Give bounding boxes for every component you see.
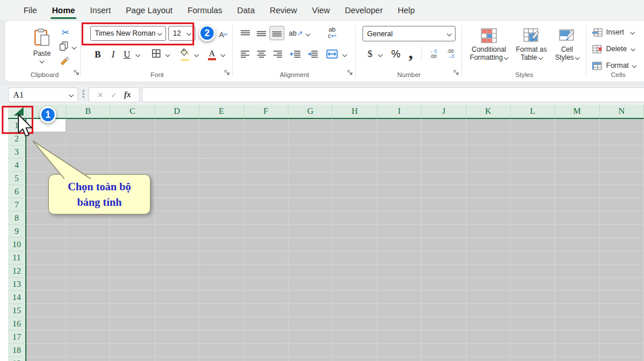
enter-icon[interactable]: ✓: [111, 91, 117, 99]
sheet-cell[interactable]: [377, 185, 422, 198]
sheet-cell[interactable]: [155, 251, 199, 264]
comma-style-button[interactable]: ,: [406, 45, 415, 60]
sheet-cell[interactable]: [511, 212, 555, 225]
orientation-button[interactable]: ab ↗: [288, 28, 304, 39]
sheet-cell[interactable]: [26, 251, 66, 264]
sheet-cell[interactable]: [155, 304, 199, 317]
sheet-cell[interactable]: [377, 331, 422, 344]
sheet-cell[interactable]: [422, 331, 466, 344]
sheet-cell[interactable]: [155, 238, 199, 251]
sheet-cell[interactable]: [555, 357, 599, 361]
sheet-cell[interactable]: [555, 185, 599, 198]
sheet-cell[interactable]: [377, 159, 422, 172]
font-name-select[interactable]: Times New Roman: [90, 26, 166, 41]
align-top-button[interactable]: [238, 28, 252, 39]
sheet-cell[interactable]: [199, 278, 244, 291]
sheet-cell[interactable]: [288, 317, 333, 331]
sheet-cell[interactable]: [110, 291, 155, 304]
sheet-cell[interactable]: [600, 225, 644, 238]
sheet-cell[interactable]: [555, 119, 599, 132]
column-header-e[interactable]: E: [199, 105, 244, 119]
sheet-cell[interactable]: [288, 278, 333, 291]
sheet-cell[interactable]: [466, 212, 511, 225]
sheet-cell[interactable]: [511, 119, 555, 132]
sheet-cell[interactable]: [244, 212, 288, 225]
sheet-cell[interactable]: [377, 264, 422, 278]
row-header-12[interactable]: 12: [8, 264, 26, 278]
sheet-cell[interactable]: [333, 291, 377, 304]
column-header-g[interactable]: G: [288, 105, 333, 119]
sheet-cell[interactable]: [555, 159, 599, 172]
sheet-cell[interactable]: [422, 172, 466, 185]
sheet-cell[interactable]: [199, 132, 244, 145]
sheet-cell[interactable]: [244, 225, 288, 238]
paste-button[interactable]: Paste: [25, 25, 59, 66]
sheet-cell[interactable]: [511, 225, 555, 238]
sheet-cell[interactable]: [110, 119, 155, 132]
sheet-cell[interactable]: [511, 132, 555, 145]
sheet-cell[interactable]: [511, 198, 555, 212]
sheet-cell[interactable]: [422, 291, 466, 304]
align-left-button[interactable]: [238, 48, 252, 60]
row-header-2[interactable]: 2: [8, 132, 26, 145]
sheet-cell[interactable]: [155, 291, 199, 304]
sheet-cell[interactable]: [600, 185, 644, 198]
sheet-cell[interactable]: [288, 185, 333, 198]
sheet-cell[interactable]: [110, 145, 155, 159]
sheet-cell[interactable]: [466, 278, 511, 291]
sheet-cell[interactable]: [26, 132, 66, 145]
row-header-6[interactable]: 6: [8, 185, 26, 198]
sheet-cell[interactable]: [422, 145, 466, 159]
row-header-18[interactable]: 18: [8, 344, 26, 357]
sheet-cell[interactable]: [333, 304, 377, 317]
row-header-19[interactable]: 19: [8, 357, 26, 361]
sheet-cell[interactable]: [422, 278, 466, 291]
sheet-cell[interactable]: [110, 251, 155, 264]
sheet-cell[interactable]: [377, 317, 422, 331]
sheet-cell[interactable]: [600, 357, 644, 361]
shrink-font-button[interactable]: A: [215, 28, 230, 41]
sheet-cell[interactable]: [377, 172, 422, 185]
column-header-c[interactable]: C: [110, 105, 155, 119]
sheet-cell[interactable]: [555, 251, 599, 264]
sheet-cell[interactable]: [422, 119, 466, 132]
sheet-cell[interactable]: [155, 331, 199, 344]
sheet-cell[interactable]: [466, 251, 511, 264]
column-header-k[interactable]: K: [466, 105, 511, 119]
sheet-cell[interactable]: [244, 251, 288, 264]
sheet-cell[interactable]: [377, 225, 422, 238]
align-bottom-button[interactable]: [269, 26, 284, 40]
copy-dropdown-icon[interactable]: [72, 45, 76, 49]
sheet-cell[interactable]: [26, 317, 66, 331]
sheet-cell[interactable]: [555, 264, 599, 278]
sheet-cell[interactable]: [110, 225, 155, 238]
sheet-cell[interactable]: [155, 317, 199, 331]
sheet-cell[interactable]: [466, 145, 511, 159]
sheet-cell[interactable]: [333, 264, 377, 278]
sheet-cell[interactable]: [199, 304, 244, 317]
sheet-cell[interactable]: [155, 344, 199, 357]
align-center-button[interactable]: [254, 48, 268, 60]
sheet-cell[interactable]: [199, 212, 244, 225]
sheet-cell[interactable]: [600, 344, 644, 357]
sheet-cell[interactable]: [244, 317, 288, 331]
sheet-cell[interactable]: [422, 225, 466, 238]
sheet-cell[interactable]: [66, 264, 110, 278]
sheet-cell[interactable]: [466, 172, 511, 185]
column-header-n[interactable]: N: [600, 105, 644, 119]
sheet-cell[interactable]: [110, 317, 155, 331]
sheet-cell[interactable]: [333, 212, 377, 225]
align-middle-button[interactable]: [254, 28, 268, 39]
sheet-cell[interactable]: [377, 291, 422, 304]
sheet-cell[interactable]: [110, 344, 155, 357]
sheet-cell[interactable]: [600, 278, 644, 291]
sheet-cell[interactable]: [466, 331, 511, 344]
tab-formulas[interactable]: Formulas: [180, 0, 229, 20]
column-header-f[interactable]: F: [244, 105, 288, 119]
sheet-cell[interactable]: [199, 159, 244, 172]
sheet-cell[interactable]: [333, 132, 377, 145]
sheet-cell[interactable]: [600, 291, 644, 304]
row-header-8[interactable]: 8: [8, 212, 26, 225]
sheet-cell[interactable]: [511, 238, 555, 251]
sheet-cell[interactable]: [244, 132, 288, 145]
